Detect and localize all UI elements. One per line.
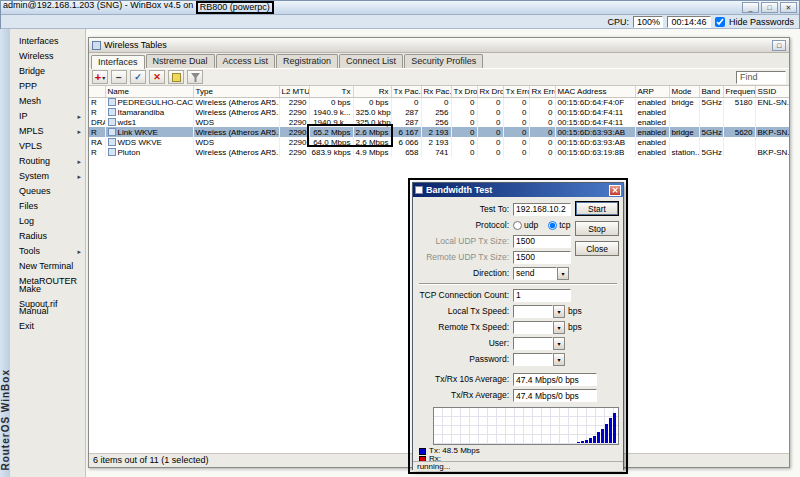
graph-bar [581, 441, 584, 443]
table-row[interactable]: DRAwds1WDS22901940.9 k...325.0 kbps28725… [89, 117, 789, 127]
table-cell: 658 [391, 147, 421, 157]
remote-udp-size-input[interactable] [513, 251, 571, 264]
sidebar-item-label: MPLS [19, 124, 44, 139]
tab-bar: InterfacesNstreme DualAccess ListRegistr… [89, 53, 789, 69]
local-tx-speed-dropdown-icon[interactable]: ▾ [553, 305, 565, 318]
remote-udp-size-label: Remote UDP Tx Size: [417, 252, 513, 262]
password-input[interactable] [513, 353, 553, 366]
remote-tx-speed-dropdown-icon[interactable]: ▾ [553, 321, 565, 334]
table-row[interactable]: RPlutonWireless (Atheros AR5...2290683.9… [89, 147, 789, 157]
tab-access-list[interactable]: Access List [216, 54, 276, 68]
sidebar-item-queues[interactable]: Queues [10, 184, 85, 199]
sidebar-item-new-terminal[interactable]: New Terminal [10, 259, 85, 274]
column-header-tx-pac[interactable]: Tx Pac... [391, 86, 421, 97]
sidebar-item-make-supout-rif[interactable]: Make Supout.rif [10, 289, 85, 304]
column-header-mac-address[interactable]: MAC Address [555, 86, 635, 97]
tab-connect-list[interactable]: Connect List [339, 54, 403, 68]
close-button[interactable]: ✕ [780, 2, 797, 13]
user-input[interactable] [513, 337, 553, 350]
column-header-rx-pac[interactable]: Rx Pac... [421, 86, 451, 97]
sidebar-item-vpls[interactable]: VPLS [10, 139, 85, 154]
column-header-tx[interactable]: Tx [309, 86, 353, 97]
sidebar-item-files[interactable]: Files [10, 199, 85, 214]
sidebar-item-exit[interactable]: Exit [10, 319, 85, 334]
remote-tx-speed-input[interactable] [513, 321, 553, 334]
routeros-winbox-brand: RouterOS WinBox [0, 369, 10, 471]
close-button-dialog[interactable]: Close [575, 241, 619, 256]
start-button[interactable]: Start [575, 201, 619, 216]
protocol-udp-option[interactable]: udp [513, 220, 538, 230]
tab-registration[interactable]: Registration [276, 54, 338, 68]
sidebar-item-mesh[interactable]: Mesh [10, 94, 85, 109]
sidebar-item-log[interactable]: Log [10, 214, 85, 229]
user-dropdown-icon[interactable]: ▾ [553, 337, 565, 350]
column-header-mode[interactable]: Mode [669, 86, 699, 97]
table-cell: 2 193 [421, 127, 451, 137]
table-row[interactable]: RPEDREGULHO-CACA...Wireless (Atheros AR5… [89, 97, 789, 107]
maximize-button[interactable]: □ [761, 2, 778, 13]
direction-input[interactable] [513, 267, 557, 280]
table-cell: 00:15:6D:63:19:8B [555, 147, 635, 157]
column-header-flags[interactable] [89, 86, 105, 97]
column-header-band[interactable]: Band [699, 86, 723, 97]
table-cell: 5GHz [699, 127, 723, 137]
disable-button[interactable]: ✕ [149, 70, 165, 84]
protocol-udp-radio[interactable] [513, 221, 522, 230]
sidebar-item-ppp[interactable]: PPP [10, 79, 85, 94]
find-button[interactable]: Find [736, 71, 786, 84]
table-row[interactable]: RLink WKVEWireless (Atheros AR5...229065… [89, 127, 789, 137]
column-header-tx-drops[interactable]: Tx Drops [451, 86, 477, 97]
column-header-arp[interactable]: ARP [635, 86, 669, 97]
table-cell: 2290 [279, 127, 309, 137]
column-header-rx[interactable]: Rx [353, 86, 391, 97]
throughput-graph [433, 407, 619, 445]
table-row[interactable]: RItamarandibaWireless (Atheros AR5...229… [89, 107, 789, 117]
protocol-tcp-option[interactable]: tcp [548, 220, 570, 230]
column-header-tx-errors[interactable]: Tx Errors [503, 86, 529, 97]
sidebar-item-routing[interactable]: Routing▸ [10, 154, 85, 169]
hide-passwords-checkbox[interactable] [715, 17, 725, 27]
sidebar-item-wireless[interactable]: Wireless [10, 49, 85, 64]
column-header-l2-mtu[interactable]: L2 MTU [279, 86, 309, 97]
tab-interfaces[interactable]: Interfaces [91, 55, 145, 69]
protocol-tcp-radio[interactable] [548, 221, 557, 230]
column-header-ssid[interactable]: SSID [755, 86, 789, 97]
sidebar-item-tools[interactable]: Tools▸ [10, 244, 85, 259]
window-shade-button[interactable]: □ [772, 40, 786, 51]
table-cell: Wireless (Atheros AR5... [193, 107, 279, 117]
dialog-close-icon[interactable]: ✕ [609, 185, 621, 196]
graph-bar [593, 436, 596, 443]
sidebar-item-interfaces[interactable]: Interfaces [10, 34, 85, 49]
enable-button[interactable]: ✓ [130, 70, 146, 84]
sidebar-item-radius[interactable]: Radius [10, 229, 85, 244]
column-header-type[interactable]: Type [193, 86, 279, 97]
remove-button[interactable]: − [111, 70, 127, 84]
sidebar-item-mpls[interactable]: MPLS▸ [10, 124, 85, 139]
table-row[interactable]: RAWDS WKVEWDS229064.0 Mbps2.6 Mbps6 0662… [89, 137, 789, 147]
column-header-rx-errors[interactable]: Rx Errors [529, 86, 555, 97]
local-tx-speed-input[interactable] [513, 305, 553, 318]
direction-dropdown-icon[interactable]: ▾ [557, 267, 569, 280]
table-cell: 0 [529, 147, 555, 157]
stop-button[interactable]: Stop [575, 221, 619, 236]
tcp-count-input[interactable] [513, 289, 571, 302]
interface-icon [108, 98, 116, 106]
test-to-input[interactable] [513, 203, 571, 216]
column-header-name[interactable]: Name [105, 86, 193, 97]
table-cell: 0 [529, 97, 555, 107]
tab-nstreme-dual[interactable]: Nstreme Dual [146, 54, 215, 68]
column-header-frequen[interactable]: Frequen... [723, 86, 755, 97]
sidebar-item-system[interactable]: System▸ [10, 169, 85, 184]
sidebar-item-ip[interactable]: IP▸ [10, 109, 85, 124]
table-cell: 0 [451, 97, 477, 107]
sidebar-item-bridge[interactable]: Bridge [10, 64, 85, 79]
password-dropdown-icon[interactable]: ▾ [553, 353, 565, 366]
local-udp-size-input[interactable] [513, 235, 571, 248]
tab-security-profiles[interactable]: Security Profiles [404, 54, 483, 68]
comment-button[interactable] [168, 70, 184, 84]
table-cell: 1940.9 k... [309, 117, 353, 127]
filter-button[interactable] [187, 70, 203, 84]
column-header-rx-drops[interactable]: Rx Drops [477, 86, 503, 97]
add-button[interactable]: +▾ [92, 70, 108, 84]
minimize-button[interactable]: _ [742, 2, 759, 13]
